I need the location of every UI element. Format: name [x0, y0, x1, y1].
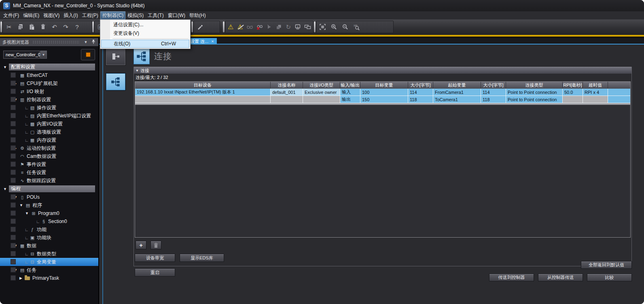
table-cell[interactable]: 100 [360, 89, 408, 96]
tree-item-选项板设置[interactable]: ∟▢选项板设置 [0, 128, 98, 136]
transfer-to-controller-button[interactable]: 传送到控制器 [489, 274, 534, 281]
tree-item-EtherCAT[interactable]: ▦EtherCAT [0, 71, 98, 79]
table-cell[interactable] [563, 96, 583, 103]
table-cell[interactable]: 输出 [340, 96, 360, 103]
chevron-down-icon[interactable]: ▼ [19, 203, 25, 207]
controller-select-arrow-icon[interactable]: ▼ [40, 51, 47, 59]
transfer-from-controller-button[interactable]: 从控制器传送 [538, 274, 583, 281]
tree-item-Program0[interactable]: ▼⊞Program0 [0, 209, 98, 217]
table-cell[interactable]: 118 [481, 96, 506, 103]
menu-item-top[interactable]: 插入(I) [61, 11, 80, 19]
menu-item-top[interactable]: 工程(P) [80, 11, 100, 19]
tree-item-功能[interactable]: ∟ƒ功能 [0, 225, 98, 234]
zoom-100-icon[interactable]: 100 [352, 23, 361, 32]
sync-icon[interactable]: ↻ [285, 23, 292, 32]
zoom-out-icon[interactable] [341, 23, 350, 32]
copy-objects-icon[interactable] [275, 23, 282, 32]
tree-item-控制器设置[interactable]: ▼▥控制器设置 [0, 96, 98, 104]
tree-item-程序[interactable]: ▼▤程序 [0, 201, 98, 209]
table-cell[interactable]: FromCamera1 [433, 89, 481, 96]
table-cell[interactable]: RPI x 4 [583, 89, 608, 96]
tree-item-事件设置[interactable]: ⚑事件设置 [0, 160, 98, 168]
table-cell[interactable]: 50.0 [563, 89, 583, 96]
paste-icon[interactable] [28, 23, 36, 32]
table-cell[interactable]: 114 [481, 89, 506, 96]
table-cell[interactable]: Point to Point connection [506, 96, 563, 103]
device-bandwidth-button[interactable]: 设备带宽 [135, 254, 175, 262]
tree-item-内置EtherNet/IP端口设置[interactable]: ∟▨内置EtherNet/IP端口设置 [0, 112, 98, 120]
show-eds-library-button[interactable]: 显示EDS库 [180, 254, 224, 262]
table-cell[interactable] [583, 96, 608, 103]
delete-connection-button[interactable] [150, 241, 161, 249]
monitor-compare-icon[interactable] [304, 23, 311, 32]
tree-item-数据类型[interactable]: ∟⊟数据类型 [0, 250, 98, 258]
table-cell[interactable]: Exclusive owner [303, 89, 340, 96]
connection-view-button[interactable] [106, 73, 126, 91]
delete-icon[interactable] [39, 23, 47, 32]
redo-icon[interactable]: ↷ [61, 23, 70, 32]
chevron-down-icon[interactable]: ▼ [25, 211, 30, 215]
table-cell[interactable]: ToCamera1 [433, 96, 481, 103]
tree-section-编程[interactable]: ▼编程 [0, 185, 98, 193]
step-run-icon[interactable] [266, 23, 273, 32]
tree-item-PrimaryTask[interactable]: ▶PrimaryTask [0, 274, 98, 282]
tree-item-功能块[interactable]: ∟▣功能块 [0, 234, 98, 242]
toolbar-grip[interactable] [92, 21, 94, 32]
menu-item-top[interactable]: 帮助(H) [187, 11, 208, 19]
tree-item-数据跟踪设置[interactable]: ∿数据跟踪设置 [0, 176, 98, 185]
tree-item-I/O 映射[interactable]: ⇄I/O 映射 [0, 87, 98, 96]
tree-item-任务[interactable]: ▼▤任务 [0, 266, 98, 274]
chevron-right-icon[interactable]: ▶ [19, 276, 25, 280]
controller-select[interactable]: new_Controller_0 [3, 51, 40, 59]
tab-close-icon[interactable]: × [211, 39, 214, 44]
menu-item-top[interactable]: 窗口(W) [166, 11, 187, 19]
connection-section-bar[interactable]: ▼ 连接 [134, 67, 631, 74]
help-icon[interactable]: ? [73, 23, 81, 32]
menu-item-top[interactable]: 文件(F) [1, 11, 21, 19]
table-cell[interactable]: Point to Point connection [506, 89, 563, 96]
tree-item-Cam数据设置[interactable]: ◠Cam数据设置 [0, 152, 98, 160]
tree-item-任务设置[interactable]: ≡任务设置 [0, 168, 98, 176]
pin-icon[interactable] [90, 39, 96, 45]
menu-option[interactable]: 变更设备(V) [101, 29, 189, 38]
table-cell[interactable]: 输入 [340, 89, 360, 96]
menu-item-top[interactable]: 视图(V) [41, 11, 61, 19]
table-cell[interactable]: 118 [408, 96, 433, 103]
tree-item-CPU/扩展机架[interactable]: ▶▤CPU/扩展机架 [0, 79, 98, 87]
table-cell[interactable]: 192.168.1.10 Ixxat INpact EtherNet/IP(TM… [135, 89, 271, 96]
tree-item-内存设置[interactable]: ∟▦内存设置 [0, 136, 98, 144]
menu-option[interactable]: 通信设置(C)... [101, 21, 189, 29]
menu-item-top[interactable]: 工具(T) [146, 11, 165, 19]
restore-defaults-button[interactable]: 全部返回到默认值 [581, 261, 632, 269]
tree-item-全局变量[interactable]: ∟⊡全局变量 [0, 258, 98, 266]
table-cell[interactable]: 114 [408, 89, 433, 96]
cut-icon[interactable]: ✂ [5, 23, 13, 32]
restart-button[interactable]: 重启 [135, 268, 175, 276]
watch-icon[interactable] [246, 23, 253, 32]
tree-section-配置和设置[interactable]: ▼配置和设置 [0, 63, 98, 71]
tree-item-运动控制设置[interactable]: ▶⚙运动控制设置 [0, 144, 98, 152]
tree-item-操作设置[interactable]: ∟▧操作设置 [0, 104, 98, 112]
undo-icon[interactable]: ↶ [50, 23, 59, 32]
toolbar-grip[interactable] [223, 21, 225, 32]
zoom-fit-icon[interactable] [318, 23, 327, 32]
collapse-panel-icon[interactable]: ▼ [83, 40, 89, 44]
tree-item-POUs[interactable]: ▼▯POUs [0, 193, 98, 201]
tree-item-内置I/O设置[interactable]: ∟▩内置I/O设置 [0, 120, 98, 128]
menu-item-top[interactable]: 编辑(E) [21, 11, 41, 19]
build-icon[interactable] [196, 23, 204, 32]
monitor-window-icon[interactable]: 1 [294, 23, 301, 32]
menu-option[interactable]: 在线(O)Ctrl+W [101, 40, 189, 48]
tree-item-数据[interactable]: ▼▦数据 [0, 242, 98, 250]
chevron-down-icon[interactable]: ▼ [3, 187, 8, 191]
warning-edit-icon[interactable]: ⚠ [237, 23, 243, 32]
table-cell[interactable]: default_001 [271, 89, 303, 96]
table-cell[interactable] [135, 96, 271, 103]
add-connection-button[interactable]: + [136, 241, 146, 249]
table-cell[interactable] [303, 96, 340, 103]
tree-item-Section0[interactable]: ∟§Section0 [0, 217, 98, 225]
table-cell[interactable]: 150 [360, 96, 408, 103]
zoom-in-icon[interactable] [330, 23, 338, 32]
table-cell[interactable] [271, 96, 303, 103]
device-list-view-button[interactable] [106, 48, 126, 66]
